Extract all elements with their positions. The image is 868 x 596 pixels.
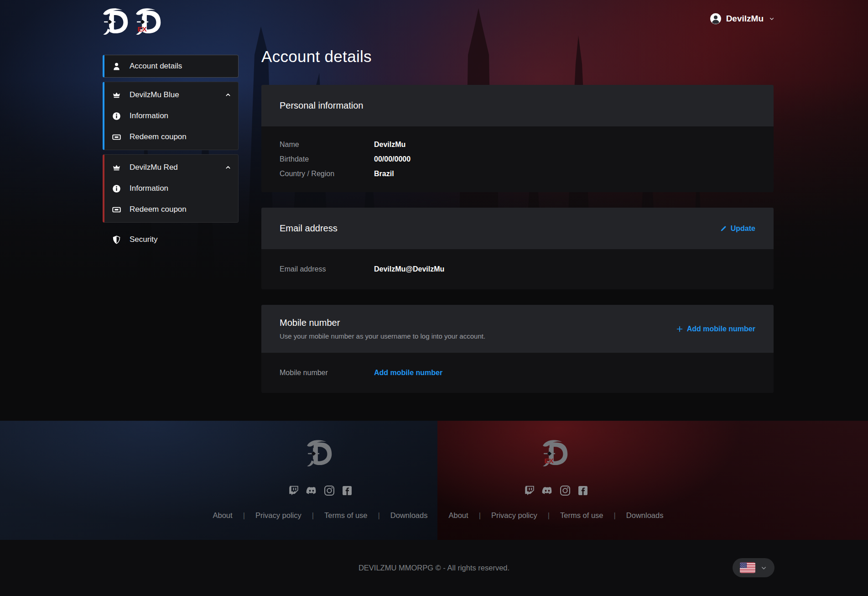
info-icon: [112, 111, 121, 121]
social-links: [415, 485, 697, 497]
footer-devilzmu-red-panel: EX: [437, 421, 868, 540]
sidebar-group-label: DevilzMu Red: [130, 163, 216, 172]
sidebar-item-label: Information: [130, 111, 232, 120]
footer-link-about[interactable]: About: [438, 511, 479, 520]
footer-devilzmu-ex-logo-icon[interactable]: EX: [541, 437, 571, 469]
user-name: DevilzMu: [726, 14, 764, 24]
discord-icon[interactable]: [306, 485, 317, 497]
sidebar-item-information-red[interactable]: Information: [104, 178, 238, 199]
person-icon: [112, 62, 121, 71]
field-value: Brazil: [374, 170, 394, 178]
sidebar-group-devilzmu-red: DevilzMu Red Information Redeem coup: [103, 154, 239, 223]
instagram-icon[interactable]: [323, 485, 335, 497]
plus-icon: [676, 325, 683, 333]
account-page: EX DevilzMu Account details: [0, 0, 868, 596]
sidebar-item-account-details[interactable]: Account details: [103, 55, 239, 78]
twitch-icon[interactable]: [288, 485, 300, 497]
sidebar-group-header-devilzmu-blue[interactable]: DevilzMu Blue: [104, 84, 238, 105]
info-row-country: Country / Region Brazil: [280, 167, 755, 181]
sidebar-item-label: Security: [130, 235, 232, 244]
sidebar-item-label: Account details: [130, 62, 232, 71]
ticket-icon: [112, 132, 121, 142]
mobile-card-heading: Mobile number Use your mobile number as …: [280, 318, 485, 340]
info-row-name: Name DevilzMu: [280, 137, 755, 152]
footer-links: About | Privacy policy | Terms of use | …: [415, 511, 697, 520]
ex-badge: EX: [544, 457, 554, 465]
shield-icon: [112, 235, 121, 245]
us-flag-icon: [740, 562, 755, 573]
field-label: Name: [280, 141, 374, 149]
card-title: Personal information: [280, 100, 363, 111]
info-row-mobile: Mobile number Add mobile number: [280, 366, 755, 380]
crown-icon: [112, 163, 121, 173]
devilzmu-logo-icon[interactable]: [101, 5, 131, 37]
field-label: Email address: [280, 265, 374, 273]
card-title: Email address: [280, 223, 338, 234]
sidebar-item-label: Redeem coupon: [130, 205, 232, 214]
bottom-bar: DEVILZMU MMORPG © - All rights reserved.: [0, 540, 868, 596]
mobile-number-card: Mobile number Use your mobile number as …: [261, 305, 774, 393]
field-label: Mobile number: [280, 369, 374, 377]
user-menu[interactable]: DevilzMu: [710, 13, 775, 25]
footer-link-terms-of-use[interactable]: Terms of use: [314, 511, 378, 520]
twitch-icon[interactable]: [524, 485, 535, 497]
sidebar-item-security[interactable]: Security: [103, 229, 239, 250]
add-mobile-number-button[interactable]: Add mobile number: [676, 325, 755, 333]
language-selector[interactable]: [733, 558, 774, 577]
field-label: Country / Region: [280, 170, 374, 178]
add-mobile-number-label: Add mobile number: [687, 325, 755, 333]
sidebar-item-redeem-coupon-red[interactable]: Redeem coupon: [104, 199, 238, 220]
field-value: 00/00/0000: [374, 155, 411, 163]
chevron-up-icon: [224, 164, 232, 171]
main-content: Account details Personal information Nam…: [261, 47, 774, 408]
chevron-up-icon: [224, 91, 232, 99]
footer-link-privacy-policy[interactable]: Privacy policy: [481, 511, 548, 520]
crown-icon: [112, 90, 121, 100]
sidebar-group-header-devilzmu-red[interactable]: DevilzMu Red: [104, 157, 238, 178]
chevron-down-icon: [768, 15, 775, 22]
footer-link-terms-of-use[interactable]: Terms of use: [550, 511, 613, 520]
sidebar-group-devilzmu-blue: DevilzMu Blue Information Redeem cou: [103, 82, 239, 150]
update-email-label: Update: [731, 225, 755, 233]
field-value: DevilzMu: [374, 141, 405, 149]
sidebar-item-redeem-coupon-blue[interactable]: Redeem coupon: [104, 126, 238, 147]
footer-devilzmu-logo-icon[interactable]: [305, 437, 335, 469]
facebook-icon[interactable]: [341, 485, 353, 497]
update-email-button[interactable]: Update: [720, 225, 755, 233]
info-icon: [112, 184, 121, 193]
discord-icon[interactable]: [541, 485, 553, 497]
field-label: Birthdate: [280, 155, 374, 163]
info-row-birthdate: Birthdate 00/00/0000: [280, 152, 755, 167]
footer-link-about[interactable]: About: [203, 511, 243, 520]
ticket-icon: [112, 205, 121, 214]
footer-devilzmu-blue-panel: About | Privacy policy | Terms of use | …: [0, 421, 437, 540]
card-title: Mobile number: [280, 318, 485, 328]
brand-logos: EX: [101, 5, 164, 37]
field-value: DevilzMu@DevilzMu: [374, 265, 444, 273]
info-row-email: Email address DevilzMu@DevilzMu: [280, 262, 755, 277]
sidebar-item-information-blue[interactable]: Information: [104, 105, 238, 126]
sidebar: Account details DevilzMu Blue In: [103, 55, 239, 250]
devilzmu-ex-logo-icon[interactable]: EX: [134, 5, 164, 37]
sidebar-item-label: Information: [130, 184, 232, 193]
instagram-icon[interactable]: [559, 485, 571, 497]
email-address-card: Email address Update Email address Devil…: [261, 208, 774, 289]
personal-information-card: Personal information Name DevilzMu Birth…: [261, 85, 774, 192]
sidebar-item-label: Redeem coupon: [130, 132, 232, 141]
footer-link-privacy-policy[interactable]: Privacy policy: [245, 511, 312, 520]
facebook-icon[interactable]: [577, 485, 589, 497]
ex-badge: EX: [137, 25, 147, 33]
add-mobile-number-link[interactable]: Add mobile number: [374, 369, 442, 377]
footer: About | Privacy policy | Terms of use | …: [0, 421, 868, 540]
sidebar-group-label: DevilzMu Blue: [130, 90, 216, 99]
pencil-icon: [720, 225, 727, 232]
footer-link-downloads[interactable]: Downloads: [616, 511, 674, 520]
avatar-icon: [710, 13, 722, 25]
card-subtitle: Use your mobile number as your username …: [280, 332, 485, 340]
page-title: Account details: [261, 47, 774, 66]
chevron-down-icon: [760, 565, 767, 571]
